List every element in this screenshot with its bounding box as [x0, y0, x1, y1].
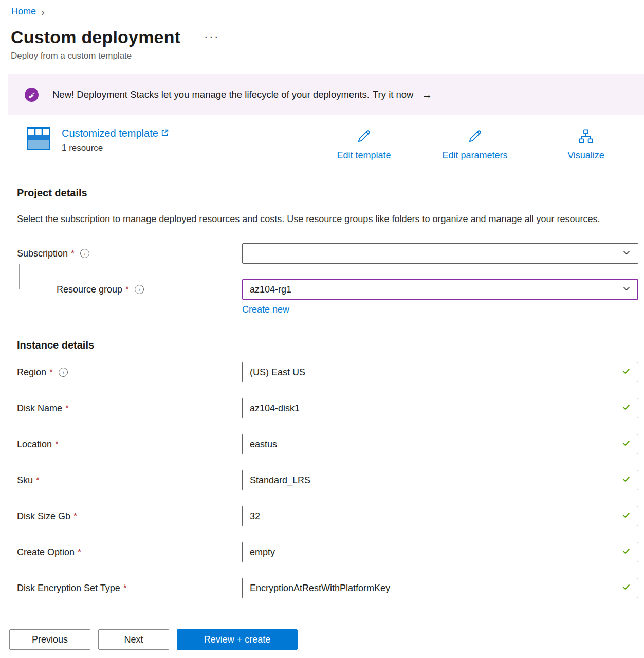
customized-template-link[interactable]: Customized template — [62, 127, 169, 139]
template-text: Customized template 1 resource — [62, 127, 169, 153]
disk-encryption-label: Disk Encryption Set Type — [17, 583, 120, 594]
create-option-label: Create Option — [17, 547, 75, 558]
template-resource-count: 1 resource — [62, 143, 169, 153]
page-subtitle: Deploy from a custom template — [11, 51, 644, 61]
location-row: Location * eastus — [17, 434, 638, 454]
pencil-icon — [467, 128, 483, 147]
edit-template-label: Edit template — [337, 150, 391, 161]
sku-label-cell: Sku * — [17, 475, 242, 486]
project-form: Subscription * i Resource group — [17, 243, 638, 315]
info-icon[interactable]: i — [135, 285, 144, 294]
main-form: Project details Select the subscription … — [0, 187, 644, 598]
page-title: Custom deployment — [11, 27, 180, 47]
disk-name-label: Disk Name — [17, 403, 62, 414]
disk-name-row: Disk Name * az104-disk1 — [17, 398, 638, 418]
disk-size-value: 32 — [250, 511, 260, 522]
visualize-button[interactable]: Visualize — [547, 127, 625, 161]
custom-deployment-page: Home › Custom deployment ··· Deploy from… — [0, 0, 644, 658]
pencil-icon — [356, 128, 372, 147]
header: Custom deployment ··· — [11, 27, 644, 47]
resource-group-dropdown[interactable]: az104-rg1 — [242, 279, 638, 300]
info-icon[interactable]: i — [59, 368, 68, 377]
template-icon — [27, 127, 50, 153]
visualize-label: Visualize — [567, 150, 604, 161]
banner-text: New! Deployment Stacks let you manage th… — [52, 89, 370, 100]
disk-size-row: Disk Size Gb * 32 — [17, 506, 638, 526]
required-asterisk: * — [78, 547, 81, 558]
breadcrumb: Home › — [0, 0, 644, 17]
valid-check-icon — [622, 510, 631, 522]
rocket-icon — [25, 88, 39, 102]
chevron-down-icon[interactable] — [622, 248, 631, 259]
more-options-icon[interactable]: ··· — [204, 30, 219, 43]
resource-group-connector-line — [19, 264, 50, 289]
create-option-label-cell: Create Option * — [17, 547, 242, 558]
review-create-button[interactable]: Review + create — [177, 629, 298, 650]
create-option-input[interactable]: empty — [242, 542, 638, 562]
disk-size-input[interactable]: 32 — [242, 506, 638, 526]
breadcrumb-home-link[interactable]: Home — [11, 6, 36, 17]
region-label: Region — [17, 367, 46, 378]
edit-parameters-button[interactable]: Edit parameters — [436, 127, 514, 161]
template-info: Customized template 1 resource — [27, 127, 169, 153]
footer-action-bar: Previous Next Review + create — [0, 621, 644, 658]
resource-group-label-cell: Resource group * i — [17, 284, 242, 295]
region-row: Region * i (US) East US — [17, 362, 638, 382]
sku-input[interactable]: Standard_LRS — [242, 470, 638, 490]
chevron-down-icon[interactable] — [622, 284, 631, 295]
disk-encryption-set-type-row: Disk Encryption Set Type * EncryptionAtR… — [17, 578, 638, 598]
location-label: Location — [17, 439, 52, 450]
required-asterisk: * — [55, 439, 59, 450]
external-link-icon — [161, 127, 169, 139]
valid-check-icon — [622, 403, 631, 414]
subscription-label: Subscription — [17, 248, 68, 259]
valid-check-icon — [622, 474, 631, 486]
disk-size-label-cell: Disk Size Gb * — [17, 511, 242, 522]
create-new-link[interactable]: Create new — [242, 304, 289, 315]
next-button[interactable]: Next — [98, 629, 169, 650]
arrow-right-icon[interactable]: → — [421, 88, 432, 101]
valid-check-icon — [622, 582, 631, 594]
banner-try-it-now-link[interactable]: Try it now — [373, 89, 414, 100]
location-value: eastus — [250, 439, 277, 450]
region-value: (US) East US — [250, 367, 305, 378]
sku-value: Standard_LRS — [250, 475, 310, 486]
breadcrumb-chevron-icon: › — [41, 7, 45, 17]
subscription-dropdown[interactable] — [242, 243, 638, 264]
sku-row: Sku * Standard_LRS — [17, 470, 638, 490]
disk-encryption-value: EncryptionAtRestWithPlatformKey — [250, 583, 390, 594]
location-input[interactable]: eastus — [242, 434, 638, 454]
valid-check-icon — [622, 438, 631, 450]
edit-template-button[interactable]: Edit template — [325, 127, 403, 161]
disk-encryption-label-cell: Disk Encryption Set Type * — [17, 583, 242, 594]
template-actions: Edit template Edit parameters — [325, 127, 638, 161]
project-details-description: Select the subscription to manage deploy… — [17, 211, 611, 227]
disk-name-value: az104-disk1 — [250, 403, 300, 414]
required-asterisk: * — [65, 403, 69, 414]
disk-name-input[interactable]: az104-disk1 — [242, 398, 638, 418]
customized-template-label: Customized template — [62, 127, 158, 139]
valid-check-icon — [622, 367, 631, 378]
project-details-heading: Project details — [17, 187, 638, 199]
instance-details-heading: Instance details — [17, 339, 638, 351]
instance-rows: Region * i (US) East US Disk Name * — [17, 362, 638, 598]
required-asterisk: * — [125, 284, 129, 295]
sku-label: Sku — [17, 475, 33, 486]
location-label-cell: Location * — [17, 439, 242, 450]
required-asterisk: * — [49, 367, 53, 378]
required-asterisk: * — [73, 511, 77, 522]
subscription-row: Subscription * i — [17, 243, 638, 264]
deployment-stacks-banner: New! Deployment Stacks let you manage th… — [8, 74, 644, 115]
template-summary-row: Customized template 1 resource — [27, 127, 638, 161]
org-chart-icon — [578, 128, 594, 147]
disk-encryption-input[interactable]: EncryptionAtRestWithPlatformKey — [242, 578, 638, 598]
info-icon[interactable]: i — [80, 249, 89, 258]
required-asterisk: * — [36, 475, 40, 486]
disk-size-label: Disk Size Gb — [17, 511, 70, 522]
region-input[interactable]: (US) East US — [242, 362, 638, 382]
create-option-value: empty — [250, 547, 275, 558]
subscription-label-cell: Subscription * i — [17, 248, 242, 259]
resource-group-value: az104-rg1 — [250, 284, 291, 295]
valid-check-icon — [622, 546, 631, 558]
previous-button[interactable]: Previous — [9, 629, 90, 650]
